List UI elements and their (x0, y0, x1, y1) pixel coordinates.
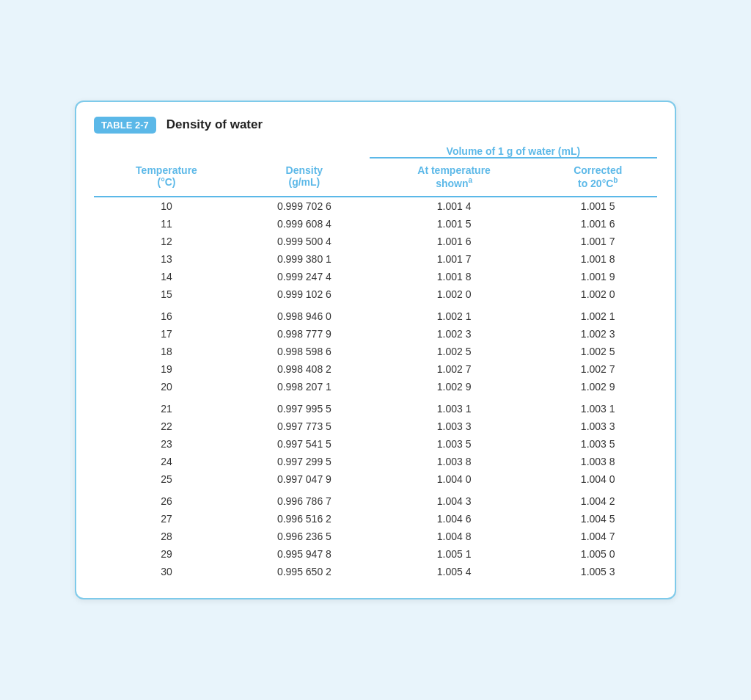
cell-temp: 23 (94, 435, 239, 453)
cell-corrected: 1.001 7 (538, 233, 657, 250)
table-row: 240.997 299 51.003 81.003 8 (94, 453, 657, 470)
cell-temp: 14 (94, 268, 239, 285)
cell-corrected: 1.004 0 (538, 470, 657, 488)
table-row: 260.996 786 71.004 31.004 2 (94, 488, 657, 510)
table-row: 200.998 207 11.002 91.002 9 (94, 378, 657, 395)
table-row: 210.997 995 51.003 11.003 1 (94, 395, 657, 418)
cell-density: 0.997 773 5 (239, 418, 370, 435)
volume-header-cell: Volume of 1 g of water (mL) (370, 145, 657, 158)
cell-at-temp: 1.004 0 (370, 470, 539, 488)
cell-at-temp: 1.002 7 (370, 360, 539, 378)
cell-density: 0.999 380 1 (239, 250, 370, 268)
cell-density: 0.999 608 4 (239, 215, 370, 233)
cell-at-temp: 1.004 8 (370, 528, 539, 545)
cell-corrected: 1.001 5 (538, 197, 657, 215)
cell-temp: 27 (94, 510, 239, 528)
cell-at-temp: 1.001 7 (370, 250, 539, 268)
cell-corrected: 1.005 3 (538, 563, 657, 580)
cell-density: 0.999 102 6 (239, 285, 370, 303)
cell-at-temp: 1.002 0 (370, 285, 539, 303)
cell-temp: 26 (94, 488, 239, 510)
cell-temp: 21 (94, 395, 239, 418)
cell-density: 0.998 207 1 (239, 378, 370, 395)
cell-at-temp: 1.004 3 (370, 488, 539, 510)
col-corrected-header: Corrected to 20°Cb (538, 158, 657, 197)
cell-temp: 20 (94, 378, 239, 395)
cell-at-temp: 1.002 3 (370, 325, 539, 343)
table-row: 190.998 408 21.002 71.002 7 (94, 360, 657, 378)
cell-at-temp: 1.005 1 (370, 545, 539, 563)
cell-at-temp: 1.003 1 (370, 395, 539, 418)
table-body: 100.999 702 61.001 41.001 5110.999 608 4… (94, 197, 657, 580)
cell-temp: 30 (94, 563, 239, 580)
cell-temp: 17 (94, 325, 239, 343)
cell-at-temp: 1.001 4 (370, 197, 539, 215)
cell-density: 0.998 946 0 (239, 303, 370, 325)
cell-density: 0.998 777 9 (239, 325, 370, 343)
table-row: 270.996 516 21.004 61.004 5 (94, 510, 657, 528)
cell-density: 0.996 236 5 (239, 528, 370, 545)
table-row: 290.995 947 81.005 11.005 0 (94, 545, 657, 563)
cell-density: 0.996 786 7 (239, 488, 370, 510)
cell-at-temp: 1.005 4 (370, 563, 539, 580)
table-row: 150.999 102 61.002 01.002 0 (94, 285, 657, 303)
cell-corrected: 1.003 5 (538, 435, 657, 453)
cell-density: 0.999 247 4 (239, 268, 370, 285)
cell-corrected: 1.003 8 (538, 453, 657, 470)
table-container: TABLE 2-7 Density of water Volume of 1 g… (75, 101, 676, 600)
col-temp-header: Temperature (°C) (94, 158, 239, 197)
table-heading: Density of water (166, 117, 263, 132)
cell-density: 0.998 598 6 (239, 343, 370, 360)
cell-corrected: 1.004 7 (538, 528, 657, 545)
cell-corrected: 1.002 0 (538, 285, 657, 303)
cell-at-temp: 1.001 6 (370, 233, 539, 250)
cell-temp: 18 (94, 343, 239, 360)
table-row: 110.999 608 41.001 51.001 6 (94, 215, 657, 233)
cell-corrected: 1.001 6 (538, 215, 657, 233)
col-at-temp-header: At temperature showna (370, 158, 539, 197)
table-row: 280.996 236 51.004 81.004 7 (94, 528, 657, 545)
table-row: 100.999 702 61.001 41.001 5 (94, 197, 657, 215)
cell-temp: 15 (94, 285, 239, 303)
cell-temp: 25 (94, 470, 239, 488)
cell-temp: 11 (94, 215, 239, 233)
cell-corrected: 1.002 3 (538, 325, 657, 343)
table-row: 300.995 650 21.005 41.005 3 (94, 563, 657, 580)
cell-density: 0.997 995 5 (239, 395, 370, 418)
table-row: 160.998 946 01.002 11.002 1 (94, 303, 657, 325)
cell-at-temp: 1.002 9 (370, 378, 539, 395)
cell-corrected: 1.002 9 (538, 378, 657, 395)
density-table: Volume of 1 g of water (mL) Temperature … (94, 145, 657, 581)
volume-header-row: Volume of 1 g of water (mL) (94, 145, 657, 158)
col-density-header: Density (g/mL) (239, 158, 370, 197)
cell-temp: 10 (94, 197, 239, 215)
col-headers-row: Temperature (°C) Density (g/mL) At tempe… (94, 158, 657, 197)
cell-at-temp: 1.002 1 (370, 303, 539, 325)
cell-temp: 12 (94, 233, 239, 250)
cell-corrected: 1.002 1 (538, 303, 657, 325)
cell-density: 0.997 299 5 (239, 453, 370, 470)
title-row: TABLE 2-7 Density of water (94, 117, 657, 134)
cell-corrected: 1.005 0 (538, 545, 657, 563)
cell-corrected: 1.001 8 (538, 250, 657, 268)
table-row: 140.999 247 41.001 81.001 9 (94, 268, 657, 285)
cell-density: 0.997 047 9 (239, 470, 370, 488)
cell-temp: 19 (94, 360, 239, 378)
cell-corrected: 1.002 7 (538, 360, 657, 378)
cell-temp: 29 (94, 545, 239, 563)
table-row: 130.999 380 11.001 71.001 8 (94, 250, 657, 268)
table-row: 220.997 773 51.003 31.003 3 (94, 418, 657, 435)
cell-at-temp: 1.004 6 (370, 510, 539, 528)
table-badge: TABLE 2-7 (94, 117, 156, 134)
cell-corrected: 1.004 5 (538, 510, 657, 528)
table-row: 230.997 541 51.003 51.003 5 (94, 435, 657, 453)
cell-density: 0.995 947 8 (239, 545, 370, 563)
cell-temp: 24 (94, 453, 239, 470)
cell-density: 0.999 500 4 (239, 233, 370, 250)
cell-density: 0.998 408 2 (239, 360, 370, 378)
cell-at-temp: 1.002 5 (370, 343, 539, 360)
cell-at-temp: 1.003 8 (370, 453, 539, 470)
cell-corrected: 1.003 3 (538, 418, 657, 435)
cell-density: 0.999 702 6 (239, 197, 370, 215)
table-row: 170.998 777 91.002 31.002 3 (94, 325, 657, 343)
